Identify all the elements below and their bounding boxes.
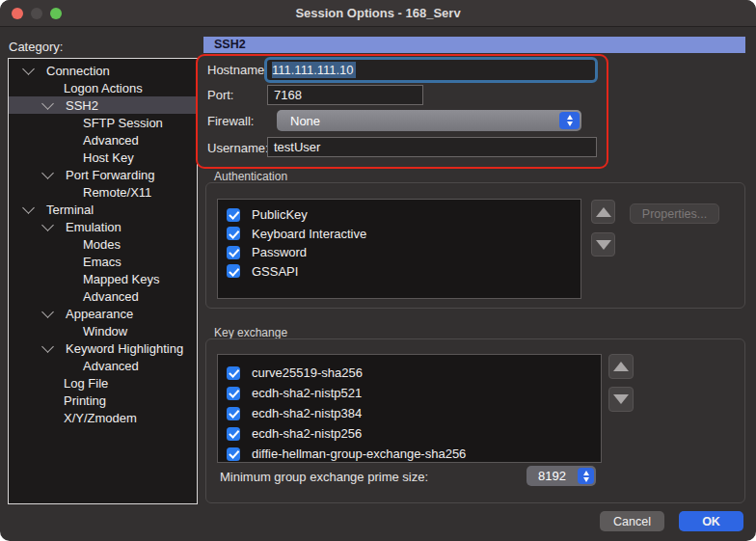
auth-methods-list: PublicKeyKeyboard InteractivePasswordGSS…	[217, 199, 581, 299]
port-label: Port:	[207, 88, 233, 102]
chevron-down-icon[interactable]	[22, 63, 35, 75]
tree-item-label: Printing	[64, 393, 106, 408]
tree-item-advanced[interactable]: Advanced	[9, 287, 197, 305]
tree-item-label: Advanced	[83, 289, 139, 304]
checkbox-icon[interactable]	[227, 264, 240, 278]
tree-item-label: Host Key	[83, 150, 134, 165]
category-tree: ConnectionLogon ActionsSSH2SFTP SessionA…	[8, 58, 198, 504]
chevron-down-icon[interactable]	[41, 167, 54, 179]
chevron-down-icon[interactable]	[41, 97, 54, 110]
panel-header: SSH2	[203, 37, 745, 53]
tree-item-label: Advanced	[83, 133, 139, 148]
kex-algorithm-label: ecdh-sha2-nistp256	[252, 426, 362, 441]
kex-algorithm-label: ecdh-sha2-nistp384	[252, 406, 362, 420]
tree-item-mapped-keys[interactable]: Mapped Keys	[9, 270, 197, 287]
auth-method-gssapi[interactable]: GSSAPI	[227, 262, 580, 282]
kex-algorithm-label: diffie-hellman-group-exchange-sha256	[252, 446, 466, 461]
tree-item-label: Advanced	[83, 359, 139, 373]
kex-algorithm-ecdh-sha2-nistp384[interactable]: ecdh-sha2-nistp384	[227, 403, 601, 423]
port-input[interactable]: 7168	[267, 85, 423, 105]
auth-method-password[interactable]: Password	[227, 243, 580, 262]
hostname-input[interactable]: 111.111.111.10	[264, 57, 598, 83]
checkbox-icon[interactable]	[227, 407, 240, 420]
tree-item-label: Modes	[83, 237, 121, 252]
kex-algorithm-ecdh-sha2-nistp256[interactable]: ecdh-sha2-nistp256	[227, 423, 601, 444]
kex-algorithm-curve25519-sha256[interactable]: curve25519-sha256	[227, 363, 601, 383]
chevron-down-icon[interactable]	[22, 202, 35, 214]
hostname-label: Hostname:	[207, 63, 268, 77]
tree-item-x-y-zmodem[interactable]: X/Y/Zmodem	[9, 409, 197, 426]
tree-item-logon-actions[interactable]: Logon Actions	[9, 79, 197, 96]
chevron-down-icon[interactable]	[41, 306, 54, 318]
tree-item-sftp-session[interactable]: SFTP Session	[9, 114, 197, 131]
auth-move-up-button[interactable]	[591, 200, 615, 224]
kex-move-down-button[interactable]	[608, 387, 634, 412]
hostname-selected-text: 111.111.111.10	[272, 62, 356, 78]
auth-method-keyboard-interactive[interactable]: Keyboard Interactive	[227, 225, 580, 244]
checkbox-icon[interactable]	[227, 447, 240, 461]
kex-algorithm-label: curve25519-sha256	[252, 365, 363, 380]
tree-item-keyword-highlighting[interactable]: Keyword Highlighting	[9, 339, 197, 357]
properties-button[interactable]: Properties...	[630, 203, 719, 224]
kex-algorithm-label: ecdh-sha2-nistp521	[252, 386, 362, 400]
tree-item-label: Remote/X11	[83, 185, 151, 200]
tree-item-printing[interactable]: Printing	[9, 392, 197, 409]
firewall-label: Firewall:	[207, 114, 254, 128]
tree-item-advanced[interactable]: Advanced	[9, 357, 197, 374]
kex-algorithm-ecdh-sha2-nistp521[interactable]: ecdh-sha2-nistp521	[227, 383, 601, 403]
tree-item-label: Emulation	[66, 220, 122, 234]
firewall-select[interactable]: None	[277, 110, 581, 131]
tree-item-advanced[interactable]: Advanced	[9, 131, 197, 149]
tree-item-label: Mapped Keys	[83, 272, 160, 286]
tree-item-remote-x11[interactable]: Remote/X11	[9, 183, 197, 201]
min-prime-select[interactable]: 8192	[526, 466, 596, 486]
checkbox-icon[interactable]	[227, 227, 240, 240]
cancel-button[interactable]: Cancel	[600, 511, 664, 531]
checkbox-icon[interactable]	[227, 208, 240, 222]
tree-item-appearance[interactable]: Appearance	[9, 305, 197, 322]
category-label: Category:	[9, 40, 63, 54]
tree-item-connection[interactable]: Connection	[9, 62, 197, 79]
tree-item-label: Terminal	[46, 203, 94, 217]
up-arrow-icon	[613, 362, 629, 371]
min-prime-label: Minimum group exchange prime size:	[220, 470, 428, 484]
chevron-down-icon[interactable]	[41, 219, 54, 231]
chevron-down-icon[interactable]	[41, 340, 54, 353]
tree-item-host-key[interactable]: Host Key	[9, 149, 197, 166]
tree-item-port-forwarding[interactable]: Port Forwarding	[9, 166, 197, 183]
min-prime-selected-value: 8192	[538, 466, 566, 486]
username-input[interactable]: testUser	[267, 137, 597, 157]
tree-item-label: Emacs	[83, 255, 122, 269]
down-arrow-icon	[613, 394, 629, 404]
authentication-group-title: Authentication	[214, 170, 287, 183]
tree-item-label: Port Forwarding	[66, 168, 154, 182]
tree-item-terminal[interactable]: Terminal	[9, 201, 197, 218]
checkbox-icon[interactable]	[227, 366, 240, 380]
tree-item-emulation[interactable]: Emulation	[9, 218, 197, 235]
title-bar[interactable]: Session Options - 168_Serv	[0, 0, 756, 27]
firewall-selected-value: None	[290, 110, 320, 131]
tree-item-label: Connection	[46, 64, 110, 78]
down-arrow-icon	[596, 240, 611, 250]
popup-stepper-icon	[578, 468, 594, 484]
tree-item-emacs[interactable]: Emacs	[9, 253, 197, 270]
checkbox-icon[interactable]	[227, 246, 240, 259]
auth-method-label: PublicKey	[252, 207, 308, 222]
tree-item-window[interactable]: Window	[9, 322, 197, 339]
checkbox-icon[interactable]	[227, 427, 240, 441]
kex-move-up-button[interactable]	[608, 354, 634, 379]
key-exchange-list: curve25519-sha256ecdh-sha2-nistp521ecdh-…	[217, 354, 602, 463]
ok-button[interactable]: OK	[679, 511, 743, 531]
auth-method-label: GSSAPI	[252, 264, 298, 279]
tree-item-label: X/Y/Zmodem	[64, 411, 137, 425]
tree-item-label: SSH2	[66, 98, 98, 113]
tree-item-modes[interactable]: Modes	[9, 235, 197, 253]
auth-move-down-button[interactable]	[591, 232, 615, 257]
auth-method-publickey[interactable]: PublicKey	[227, 205, 580, 225]
checkbox-icon[interactable]	[227, 387, 240, 400]
tree-item-label: Log File	[64, 376, 108, 391]
tree-item-log-file[interactable]: Log File	[9, 374, 197, 392]
kex-algorithm-diffie-hellman-group-exchange-sha256[interactable]: diffie-hellman-group-exchange-sha256	[227, 444, 601, 463]
session-options-dialog: Session Options - 168_Serv Category: Con…	[0, 0, 756, 541]
tree-item-ssh2[interactable]: SSH2	[9, 96, 197, 114]
